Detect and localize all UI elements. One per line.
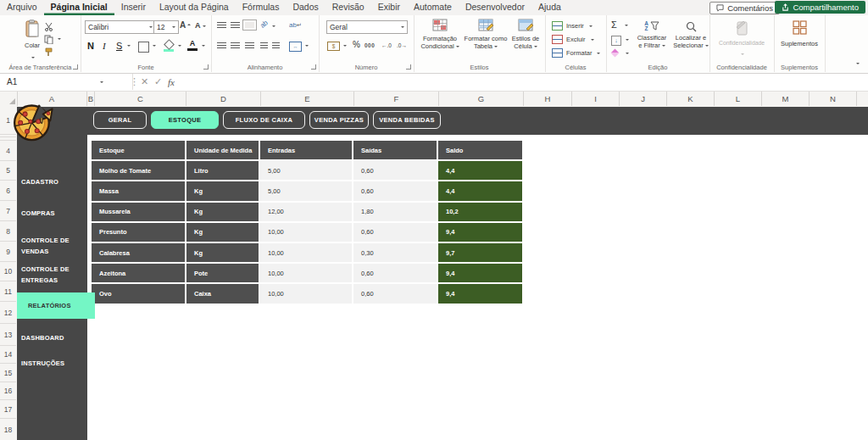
table-cell-estoque[interactable]: Calabresa xyxy=(92,243,185,262)
menu-tab-arquivo[interactable]: Arquivo xyxy=(0,0,44,15)
font-family-select[interactable]: Calibri xyxy=(85,20,156,34)
table-cell-saldo[interactable]: 10,2 xyxy=(438,203,522,221)
table-header-saidas[interactable]: Saídas xyxy=(353,141,437,159)
table-cell-saidas[interactable]: 0,60 xyxy=(353,284,437,303)
table-cell-saldo[interactable]: 9,4 xyxy=(438,264,522,282)
column-header-N[interactable]: N xyxy=(810,92,857,106)
underline-button[interactable]: S xyxy=(116,41,122,51)
column-header-I[interactable]: I xyxy=(572,92,620,106)
font-size-select[interactable]: 12 xyxy=(153,20,179,34)
table-cell-saidas[interactable]: 1,80 xyxy=(353,203,437,221)
find-select-button[interactable]: Localizar e Selecionar xyxy=(672,19,709,49)
row-header-8[interactable]: 8 xyxy=(0,221,16,242)
sensitivity-button[interactable]: Confidencialidade xyxy=(709,19,774,61)
table-cell-saidas[interactable]: 0,60 xyxy=(353,223,437,242)
table-cell-unidade[interactable]: Kg xyxy=(186,203,259,221)
underline-caret[interactable] xyxy=(127,45,131,48)
menu-tab-revisao[interactable]: Revisão xyxy=(326,0,371,15)
cell-styles-button[interactable]: Estilos de Célula xyxy=(508,19,543,50)
nav-tab-venda-bebidas[interactable]: VENDA BEBIDAS xyxy=(373,111,441,129)
addins-button[interactable]: Suplementos xyxy=(774,20,825,47)
conditional-formatting-button[interactable]: Formatação Condicional xyxy=(416,19,464,50)
table-cell-estoque[interactable]: Massa xyxy=(92,181,185,200)
row-header-17[interactable]: 17 xyxy=(0,400,16,419)
fill-color-button[interactable] xyxy=(164,40,174,52)
name-box[interactable]: A1 xyxy=(0,74,133,90)
fill-down-icon[interactable]: ↓ xyxy=(611,36,621,46)
borders-caret[interactable] xyxy=(153,45,156,48)
row-header-18[interactable]: 18 xyxy=(0,419,16,440)
column-header-D[interactable]: D xyxy=(186,92,261,106)
table-cell-entradas[interactable]: 10,00 xyxy=(260,243,352,262)
sidebar-item-dashboard[interactable]: DASHBOARD xyxy=(21,332,75,343)
format-painter-icon[interactable] xyxy=(44,47,53,57)
table-cell-entradas[interactable]: 5,00 xyxy=(260,161,352,180)
table-cell-entradas[interactable]: 10,00 xyxy=(260,223,352,242)
nav-tab-venda-pizzas[interactable]: VENDA PIZZAS xyxy=(309,111,369,129)
row-header-9[interactable]: 9 xyxy=(0,242,16,262)
menu-tab-pagina-inicial[interactable]: Página Inicial xyxy=(44,0,114,15)
table-cell-unidade[interactable]: Kg xyxy=(186,223,259,242)
align-left-icon[interactable] xyxy=(217,42,226,48)
decrease-decimal-icon[interactable]: .0→ xyxy=(397,42,407,48)
autosum-caret[interactable] xyxy=(625,25,628,28)
row-header-6[interactable]: 6 xyxy=(0,181,16,201)
menu-tab-dados[interactable]: Dados xyxy=(286,0,325,15)
number-dialog-launcher[interactable] xyxy=(406,64,411,70)
orientation-caret[interactable] xyxy=(272,25,275,29)
column-header-partial[interactable] xyxy=(857,92,868,106)
menu-tab-formulas[interactable]: Fórmulas xyxy=(236,0,287,15)
menu-tab-inserir[interactable]: Inserir xyxy=(114,0,153,15)
table-cell-saldo[interactable]: 9,4 xyxy=(438,284,522,303)
row-header-10[interactable]: 10 xyxy=(0,262,16,281)
table-cell-saldo[interactable]: 9,7 xyxy=(438,243,522,262)
table-cell-saldo[interactable]: 9,4 xyxy=(438,223,522,242)
borders-icon[interactable] xyxy=(138,42,149,53)
table-cell-saldo[interactable]: 4,4 xyxy=(438,161,522,180)
menu-tab-layout-da-pagina[interactable]: Layout da Página xyxy=(153,0,236,15)
table-cell-entradas[interactable]: 10,00 xyxy=(260,264,352,282)
column-header-J[interactable]: J xyxy=(620,92,667,106)
clear-caret[interactable] xyxy=(626,53,629,56)
table-cell-unidade[interactable]: Kg xyxy=(186,181,259,200)
insert-cells-button[interactable]: Inserir xyxy=(552,21,593,31)
cut-icon[interactable] xyxy=(44,22,53,31)
table-cell-entradas[interactable]: 5,00 xyxy=(260,181,352,200)
column-header-G[interactable]: G xyxy=(439,92,524,106)
align-bottom-icon[interactable] xyxy=(245,22,254,28)
sidebar-item-relatorios[interactable]: RELATÓRIOS xyxy=(17,292,95,319)
table-cell-unidade[interactable]: Caixa xyxy=(186,284,259,303)
formula-menu-dots[interactable]: ⋮ xyxy=(130,74,139,90)
paste-button[interactable]: Colar xyxy=(17,19,47,64)
table-cell-entradas[interactable]: 12,00 xyxy=(260,203,352,221)
copy-dropdown-caret[interactable] xyxy=(58,38,61,42)
clear-eraser-icon[interactable] xyxy=(611,49,620,58)
decrease-indent-icon[interactable] xyxy=(260,42,268,48)
comma-style-icon[interactable]: 000 xyxy=(364,42,375,48)
align-center-icon[interactable] xyxy=(231,42,240,48)
table-cell-saidas[interactable]: 0,60 xyxy=(353,181,437,200)
wrap-text-icon[interactable]: ab↵ xyxy=(289,21,302,29)
row-header-15[interactable]: 15 xyxy=(0,364,16,382)
font-dialog-launcher[interactable] xyxy=(203,64,209,70)
menu-tab-ajuda[interactable]: Ajuda xyxy=(531,0,568,15)
share-button[interactable]: Compartilhamento xyxy=(775,1,865,14)
table-cell-estoque[interactable]: Ovo xyxy=(92,284,185,303)
table-cell-unidade[interactable]: Pote xyxy=(186,264,259,282)
comments-button[interactable]: Comentários xyxy=(709,2,780,14)
table-cell-estoque[interactable]: Azeitona xyxy=(92,264,185,282)
sidebar-item-instrucoes[interactable]: INSTRUÇÕES xyxy=(21,358,75,369)
percent-style-icon[interactable]: % xyxy=(353,40,360,49)
bold-button[interactable]: N xyxy=(87,41,94,51)
table-cell-unidade[interactable]: Litro xyxy=(186,161,259,180)
menu-tab-automate[interactable]: Automate xyxy=(407,0,459,15)
table-cell-entradas[interactable]: 10,00 xyxy=(260,284,352,303)
align-right-icon[interactable] xyxy=(245,42,254,48)
row-header-5[interactable]: 5 xyxy=(0,161,16,181)
table-cell-estoque[interactable]: Presunto xyxy=(92,223,185,242)
formula-input[interactable] xyxy=(181,75,864,88)
table-header-entradas[interactable]: Entradas xyxy=(260,141,352,159)
menu-tab-desenvolvedor[interactable]: Desenvolvedor xyxy=(459,0,531,15)
table-cell-unidade[interactable]: Kg xyxy=(186,243,259,262)
currency-format-caret[interactable] xyxy=(343,45,347,48)
